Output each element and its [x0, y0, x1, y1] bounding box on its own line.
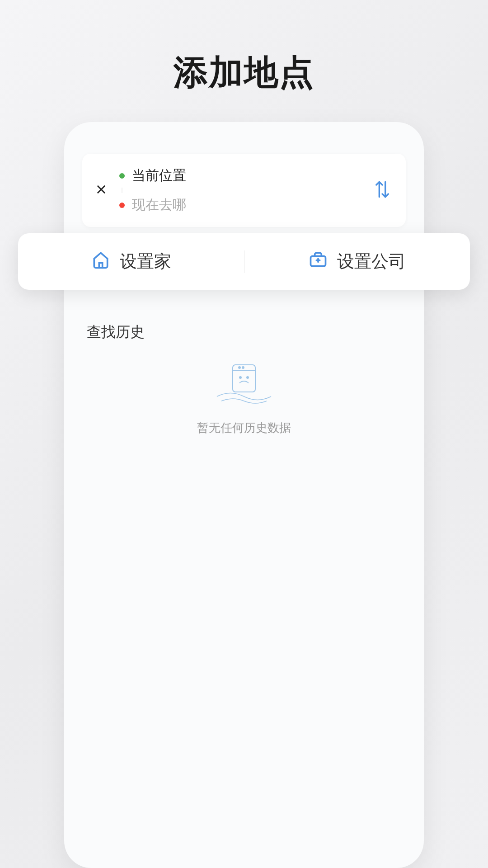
home-icon: [91, 250, 111, 274]
svg-rect-11: [233, 365, 255, 392]
svg-point-16: [247, 377, 249, 378]
empty-text: 暂无任何历史数据: [197, 420, 291, 436]
set-work-button[interactable]: 设置公司: [244, 250, 470, 274]
close-icon[interactable]: [93, 182, 116, 198]
svg-point-13: [239, 367, 240, 368]
destination-dot-icon: [119, 203, 125, 208]
history-title: 查找历史: [87, 322, 401, 342]
origin-input[interactable]: 当前位置: [119, 164, 364, 188]
destination-input[interactable]: 现在去哪: [119, 193, 364, 217]
set-home-button[interactable]: 设置家: [18, 250, 244, 274]
page-title: 添加地点: [0, 0, 488, 96]
origin-dot-icon: [119, 173, 125, 179]
destination-placeholder: 现在去哪: [132, 196, 186, 214]
origin-label: 当前位置: [132, 166, 186, 185]
svg-point-15: [239, 377, 241, 378]
svg-point-14: [242, 367, 244, 368]
empty-state: 暂无任何历史数据: [87, 356, 401, 436]
input-connector: [122, 188, 122, 193]
briefcase-icon: [308, 250, 328, 274]
empty-illustration-icon: [208, 360, 280, 412]
route-search-card: 当前位置 现在去哪: [82, 154, 406, 227]
swap-icon[interactable]: [364, 179, 395, 202]
shortcuts-card: 设置家 设置公司: [18, 233, 470, 290]
route-inputs: 当前位置 现在去哪: [116, 164, 364, 217]
set-home-label: 设置家: [120, 250, 171, 273]
set-work-label: 设置公司: [337, 250, 406, 273]
history-section: 查找历史 暂无任何历史数据: [64, 322, 424, 436]
